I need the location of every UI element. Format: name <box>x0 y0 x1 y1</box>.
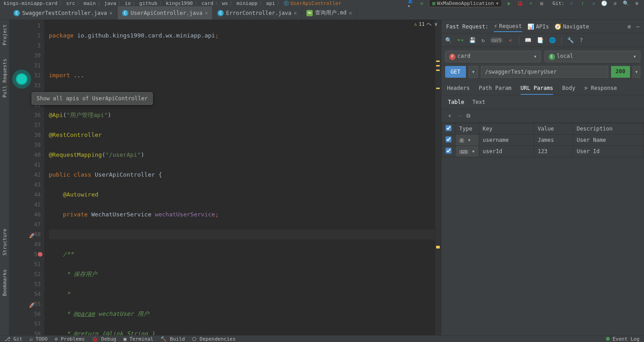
remove-row-icon[interactable]: — <box>458 112 461 119</box>
editor[interactable]: 1 2 3 30 31 32 33 34 35 36 37 38 39 40 4… <box>9 20 441 335</box>
line-gutter[interactable]: 1 2 3 30 31 32 33 34 35 36 37 38 39 40 4… <box>9 20 44 335</box>
add-row-icon[interactable]: ＋ <box>447 112 452 120</box>
curl-icon[interactable]: curl <box>490 37 503 43</box>
crumb[interactable]: main <box>84 0 96 6</box>
crumb[interactable]: kings-miniapp-card <box>4 0 57 6</box>
editor-tabs: CSwaggerTestController.java× CUserApiCon… <box>0 6 644 20</box>
chevron-down-icon: ▾ <box>534 53 537 60</box>
http-method[interactable]: GET <box>445 66 466 78</box>
tool-terminal[interactable]: ▣ Terminal <box>123 336 153 342</box>
coverage-icon[interactable]: ⬈ <box>527 0 535 7</box>
url-input[interactable]: /swaggerTest/queryUser <box>481 66 608 78</box>
tool-git[interactable]: ⎇ Git <box>5 336 23 342</box>
user-icon[interactable]: 👤▾ <box>407 0 414 7</box>
git-history-icon[interactable]: 🕐 <box>601 0 608 7</box>
marker-bar[interactable] <box>435 20 441 335</box>
tool-pullreq[interactable]: Pull Requests <box>2 59 8 98</box>
method-dropdown[interactable]: ▾ <box>469 66 478 78</box>
type-cell[interactable]: A ▾ <box>456 134 479 145</box>
tab-pathparam[interactable]: Path Param <box>479 85 512 91</box>
tool-structure[interactable]: Structure <box>2 229 8 256</box>
breakpoint-icon[interactable] <box>38 252 42 257</box>
subtab-text[interactable]: Text <box>472 99 485 105</box>
tool-project[interactable]: Project <box>2 24 8 45</box>
refresh-icon[interactable]: ↻ <box>481 37 484 43</box>
git-push-icon[interactable]: ↗ <box>590 0 597 7</box>
status-bar: ⎇ Git ☑ TODO ⊘ Problems 🐞 Debug ▣ Termin… <box>0 335 644 342</box>
minimize-icon[interactable]: — <box>636 23 639 30</box>
search-icon[interactable]: 🔍 <box>445 37 452 43</box>
globe-icon[interactable]: 🌐 <box>549 37 556 43</box>
tab-body[interactable]: Body <box>562 85 575 91</box>
tab-headers[interactable]: Headers <box>447 85 470 91</box>
wrench-icon[interactable]: 🔧 <box>567 37 574 43</box>
crumb[interactable]: src <box>66 0 75 6</box>
compass-icon: 🧭 <box>555 23 561 30</box>
search-icon[interactable]: 🔍 <box>622 0 630 7</box>
cursor-highlight <box>12 70 31 89</box>
share-icon[interactable]: ⪪ <box>508 37 513 43</box>
crumb[interactable]: io <box>125 0 131 6</box>
tab-markdown[interactable]: MD查询用户.md× <box>302 6 357 19</box>
copy-icon[interactable]: ⧉ <box>466 112 470 119</box>
event-log[interactable]: Event Log <box>606 336 639 342</box>
help-icon[interactable]: ? <box>579 37 583 43</box>
stop-icon[interactable]: ■ <box>538 0 545 7</box>
close-icon[interactable]: × <box>294 10 297 16</box>
crumb[interactable]: java <box>104 0 117 6</box>
hammer-icon[interactable]: ⚒ <box>418 0 425 7</box>
tab-error[interactable]: CErrorController.java× <box>213 6 302 19</box>
close-icon[interactable]: × <box>349 10 352 16</box>
tool-bookmarks[interactable]: Bookmarks <box>2 269 8 296</box>
crumb[interactable]: api <box>266 0 275 6</box>
run-config-selector[interactable]: ▦WxMaDemoApplication▾ <box>429 0 502 7</box>
send-icon[interactable]: ➤▾ <box>457 37 464 43</box>
check-all[interactable] <box>446 125 451 131</box>
type-cell[interactable]: 123 ▾ <box>456 145 479 157</box>
crumb[interactable]: miniapp <box>236 0 257 6</box>
git-rollback-icon[interactable]: ↺ <box>611 0 619 7</box>
tab-request[interactable]: ⚡Request <box>494 23 522 32</box>
save-icon[interactable]: 💾 <box>469 37 476 43</box>
debug-icon[interactable]: 🐞 <box>517 0 524 7</box>
breadcrumb[interactable]: kings-miniapp-card〉 src〉 main〉 java〉 io〉… <box>4 0 407 7</box>
book-icon[interactable]: 📖 <box>525 37 531 43</box>
git-commit-icon[interactable]: ↑ <box>579 0 586 7</box>
run-icon[interactable]: ▶ <box>506 0 513 7</box>
tab-userapi[interactable]: CUserApiController.java× <box>118 6 213 19</box>
crumb[interactable]: card <box>202 0 214 6</box>
settings-icon[interactable]: ⚙ <box>633 0 640 7</box>
gear-icon[interactable]: ⚙ <box>628 23 631 30</box>
crumb[interactable]: kings1990 <box>166 0 193 6</box>
status-code: 200 <box>611 66 630 78</box>
crumb[interactable]: github <box>139 0 157 6</box>
tool-debug[interactable]: 🐞 Debug <box>92 336 116 342</box>
code-area[interactable]: package io.github.kings1990.card.wx.mini… <box>44 20 435 335</box>
tool-todo[interactable]: ☑ TODO <box>30 336 48 342</box>
panel-toolbar: 🔍 ➤▾ 💾 ↻ curl ⪪ 📖 📑 🌐 🔧 ? <box>442 33 644 47</box>
tab-response[interactable]: > Response <box>584 85 617 91</box>
subtab-table[interactable]: Table <box>448 99 464 105</box>
row-check[interactable] <box>446 148 451 154</box>
tab-apis[interactable]: 📊APIs <box>527 23 549 30</box>
params-table: Type Key Value Description A ▾ username … <box>442 123 644 157</box>
git-update-icon[interactable]: ✓ <box>568 0 575 7</box>
star-icon[interactable]: 📑 <box>537 37 544 43</box>
env-select[interactable]: Elocal▾ <box>545 51 640 62</box>
crumb[interactable]: wx <box>222 0 228 6</box>
crumb-active[interactable]: UserApiController <box>291 0 342 6</box>
tool-deps[interactable]: ⬡ Dependencies <box>192 336 235 342</box>
tab-swagger[interactable]: CSwaggerTestController.java× <box>9 6 118 19</box>
project-select[interactable]: Pcard▾ <box>445 51 541 62</box>
table-row[interactable]: A ▾ username James User Name <box>442 134 644 145</box>
row-check[interactable] <box>446 136 451 142</box>
tab-navigate[interactable]: 🧭Navigate <box>555 23 589 30</box>
tool-problems[interactable]: ⊘ Problems <box>55 336 85 342</box>
close-icon[interactable]: × <box>109 10 113 16</box>
status-dropdown[interactable]: ▾ <box>633 66 640 78</box>
table-row[interactable]: 123 ▾ userId 123 User Id <box>442 145 644 157</box>
inspection-badge[interactable]: ⚠11ヘ ∨ <box>414 21 437 28</box>
tab-urlparams[interactable]: URL Params <box>521 85 553 95</box>
close-icon[interactable]: × <box>205 10 208 16</box>
tool-build[interactable]: 🔨 Build <box>160 336 185 342</box>
